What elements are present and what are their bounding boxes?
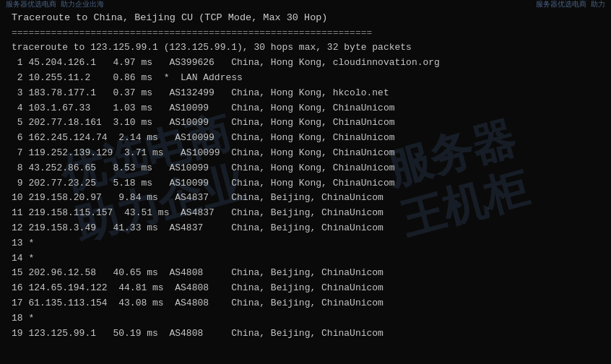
terminal-content: Traceroute to China, Beijing CU (TCP Mod…: [7, 7, 604, 357]
top-bar-right: 服务器优选电商 助力: [536, 0, 605, 9]
hop-row: 4 103.1.67.33 1.03 ms AS10099 China, Hon…: [12, 101, 599, 116]
hop-row: 15 202.96.12.58 40.65 ms AS4808 China, B…: [12, 266, 599, 281]
hop-row: 8 43.252.86.65 8.53 ms AS10099 China, Ho…: [12, 161, 599, 176]
hop-row: 7 119.252.139.129 3.71 ms AS10099 China,…: [12, 146, 599, 161]
terminal-title: Traceroute to China, Beijing CU (TCP Mod…: [12, 10, 599, 26]
hop-row: 19 123.125.99.1 50.19 ms AS4808 China, B…: [12, 326, 599, 342]
hop-row: 13 *: [12, 236, 599, 251]
hop-row: 10 219.158.20.97 9.84 ms AS4837 China, B…: [12, 191, 599, 206]
hops-container: 1 45.204.126.1 4.97 ms AS399626 China, H…: [12, 56, 599, 341]
hop-row: 1 45.204.126.1 4.97 ms AS399626 China, H…: [12, 56, 599, 71]
top-bar: 服务器优选电商 助力企业出海 服务器优选电商 助力: [0, 0, 611, 9]
hop-row: 9 202.77.23.25 5.18 ms AS10099 China, Ho…: [12, 176, 599, 191]
hop-row: 17 61.135.113.154 43.08 ms AS4808 China,…: [12, 296, 599, 311]
terminal-separator: ========================================…: [12, 26, 599, 41]
hop-row: 14 *: [12, 251, 599, 266]
hop-row: 5 202.77.18.161 3.10 ms AS10099 China, H…: [12, 116, 599, 131]
hop-row: 2 10.255.11.2 0.86 ms * LAN Address: [12, 71, 599, 86]
hop-row: 11 219.158.115.157 43.51 ms AS4837 China…: [12, 206, 599, 221]
hop-row: 18 *: [12, 311, 599, 326]
hop-row: 3 183.78.177.1 0.37 ms AS132499 China, H…: [12, 86, 599, 101]
top-bar-left: 服务器优选电商 助力企业出海: [6, 0, 104, 9]
hop-row: 6 162.245.124.74 2.14 ms AS10099 China, …: [12, 131, 599, 146]
terminal-header-line: traceroute to 123.125.99.1 (123.125.99.1…: [12, 40, 599, 56]
hop-row: 12 219.158.3.49 41.33 ms AS4837 China, B…: [12, 221, 599, 236]
hop-row: 16 124.65.194.122 44.81 ms AS4808 China,…: [12, 281, 599, 296]
